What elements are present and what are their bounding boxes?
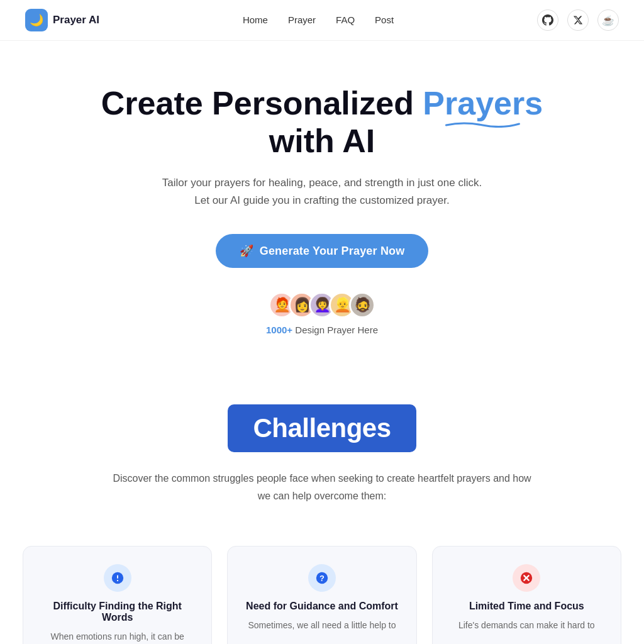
card-title-0: Difficulty Finding the Right Words (37, 601, 197, 623)
social-proof-section: 🧑‍🦰 👩 👩‍🦱 👱 🧔 1000+ Design Prayer Here (266, 292, 378, 335)
avatar-group: 🧑‍🦰 👩 👩‍🦱 👱 🧔 (269, 292, 375, 318)
svg-point-2 (117, 580, 118, 581)
x-twitter-icon[interactable] (567, 9, 589, 31)
card-title-1: Need for Guidance and Comfort (242, 601, 402, 612)
challenges-badge: Challenges (228, 404, 416, 452)
hero-title-prefix: Create Personalized (101, 85, 423, 121)
card-text-0: When emotions run high, it can be (37, 630, 197, 643)
nav-links: Home Prayer FAQ Post (243, 14, 394, 26)
social-proof-text: 1000+ Design Prayer Here (266, 325, 378, 335)
coffee-icon[interactable]: ☕ (597, 9, 619, 31)
navbar: 🌙 Prayer AI Home Prayer FAQ Post ☕ (0, 0, 644, 41)
challenges-description: Discover the common struggles people fac… (108, 470, 536, 504)
alert-icon (104, 564, 131, 592)
nav-home[interactable]: Home (243, 14, 268, 25)
nav-faq[interactable]: FAQ (336, 14, 355, 25)
card-text-2: Life's demands can make it hard to (447, 618, 607, 632)
hero-title-suffix: with AI (269, 123, 375, 159)
avatar: 🧔 (349, 292, 375, 318)
nav-prayer[interactable]: Prayer (288, 14, 316, 25)
challenge-card-1: ? Need for Guidance and Comfort Sometime… (227, 546, 416, 644)
challenge-card-2: Limited Time and Focus Life's demands ca… (432, 546, 621, 644)
close-icon (513, 564, 540, 592)
hero-title: Create Personalized Prayers with AI (77, 85, 567, 160)
challenge-card-0: Difficulty Finding the Right Words When … (23, 546, 212, 644)
card-text-1: Sometimes, we all need a little help to (242, 618, 402, 632)
question-icon: ? (308, 564, 336, 592)
hero-subtitle: Tailor your prayers for healing, peace, … (162, 174, 482, 211)
generate-prayer-button[interactable]: 🚀 Generate Your Prayer Now (216, 234, 429, 268)
logo[interactable]: 🌙 Prayer AI (25, 9, 99, 31)
logo-text: Prayer AI (53, 14, 99, 26)
hero-section: Create Personalized Prayers with AI Tail… (0, 41, 644, 367)
rocket-icon: 🚀 (240, 244, 253, 258)
svg-rect-1 (117, 575, 118, 579)
hero-title-highlight: Prayers (423, 85, 543, 121)
card-title-2: Limited Time and Focus (447, 601, 607, 612)
challenge-cards: Difficulty Finding the Right Words When … (0, 523, 644, 644)
github-icon[interactable] (537, 9, 558, 31)
svg-text:?: ? (319, 573, 325, 582)
nav-action-icons: ☕ (537, 9, 619, 31)
social-proof-count: 1000+ (266, 325, 292, 335)
nav-post[interactable]: Post (375, 14, 394, 25)
cta-label: Generate Your Prayer Now (260, 245, 405, 258)
logo-icon: 🌙 (25, 9, 48, 31)
challenges-section: Challenges Discover the common struggles… (0, 367, 644, 523)
